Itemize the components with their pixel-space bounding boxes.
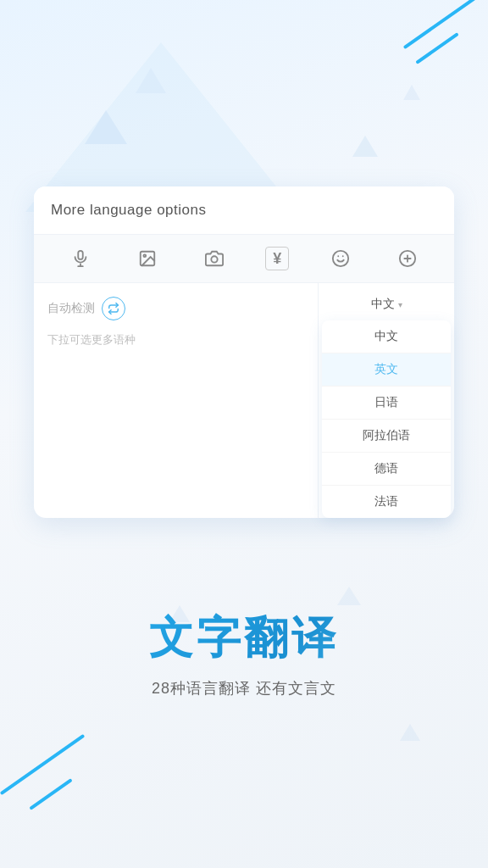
svg-point-4 (143, 254, 146, 257)
yen-icon[interactable]: ¥ (265, 247, 289, 270)
right-panel: 中文 ▾ 中文 英文 日语 阿拉伯语 (319, 283, 454, 518)
lang-item-french[interactable]: 法语 (322, 486, 451, 518)
svg-point-5 (211, 256, 217, 262)
camera-icon[interactable] (199, 243, 230, 274)
image-icon[interactable] (132, 243, 163, 274)
plus-icon[interactable] (392, 243, 423, 274)
lang-item-german[interactable]: 德语 (322, 453, 451, 486)
yen-symbol: ¥ (273, 250, 281, 268)
lang-item-japanese[interactable]: 日语 (322, 387, 451, 420)
source-lang-label: 自动检测 (47, 301, 95, 316)
language-dropdown: 中文 英文 日语 阿拉伯语 德语 (322, 320, 451, 518)
source-lang-row: 自动检测 (47, 297, 304, 320)
page: More language options (0, 0, 488, 868)
deco-line-bl1 (0, 734, 85, 795)
search-bar[interactable]: More language options (34, 186, 454, 235)
deco-triangle-1 (85, 110, 127, 144)
svg-point-6 (333, 251, 348, 266)
deco-line-tr2 (415, 32, 458, 64)
left-panel: 自动检测 下拉可选更多语种 (34, 283, 319, 518)
deco-triangle-3 (403, 85, 420, 100)
swap-button[interactable] (102, 297, 125, 320)
deco-triangle-2 (352, 136, 378, 157)
main-title: 文字翻译 (17, 609, 471, 668)
lang-item-english[interactable]: 英文 (322, 353, 451, 387)
bottom-section: 文字翻译 28种语言翻译 还有文言文 (0, 592, 488, 715)
lang-item-arabic[interactable]: 阿拉伯语 (322, 420, 451, 453)
search-bar-text: More language options (51, 202, 206, 218)
deco-line-tr1 (403, 0, 488, 49)
deco-triangle-7 (400, 724, 420, 741)
target-lang-name: 中文 (371, 297, 395, 312)
microphone-icon[interactable] (65, 243, 96, 274)
deco-line-bl2 (29, 778, 72, 810)
emoji-icon[interactable] (325, 243, 356, 274)
subtitle: 28种语言翻译 还有文言文 (17, 678, 471, 698)
hint-text: 下拉可选更多语种 (47, 332, 304, 348)
deco-triangle-4 (136, 68, 166, 93)
svg-rect-0 (79, 251, 84, 259)
chevron-down-icon: ▾ (398, 300, 402, 309)
target-lang-header[interactable]: 中文 ▾ (319, 283, 454, 320)
main-card: More language options (34, 186, 454, 518)
translation-area: 自动检测 下拉可选更多语种 中文 (34, 283, 454, 518)
toolbar: ¥ (34, 235, 454, 283)
lang-item-chinese[interactable]: 中文 (322, 320, 451, 353)
